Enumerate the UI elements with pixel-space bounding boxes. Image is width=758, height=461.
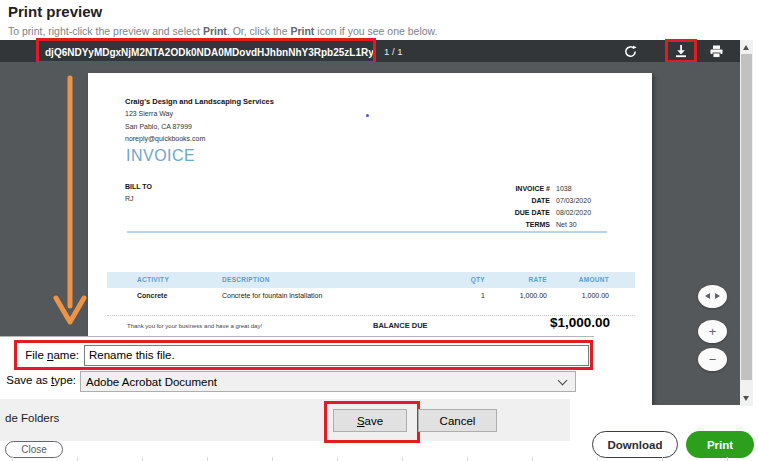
- balance-due-label: BALANCE DUE: [373, 321, 428, 330]
- hide-folders-button-partial[interactable]: de Folders: [5, 412, 59, 424]
- background-table-edge: [12, 457, 758, 461]
- invoice-meta-block: INVOICE # 1038 DATE 07/03/2020 DUE DATE …: [378, 183, 614, 231]
- invoice-company-name: Craig's Design and Landscaping Services: [125, 97, 274, 106]
- header-divider: [127, 231, 607, 233]
- save-as-type-value: Adobe Acrobat Document: [86, 376, 217, 388]
- table-header-row: ACTIVITY DESCRIPTION QTY RATE AMOUNT: [107, 272, 635, 288]
- scroll-down-icon[interactable]: [743, 396, 749, 401]
- meta-row-terms: TERMS Net 30: [378, 219, 614, 231]
- print-button[interactable]: Print: [686, 431, 754, 458]
- rotate-icon[interactable]: [624, 45, 637, 58]
- scroll-up-icon[interactable]: [743, 45, 749, 50]
- page-indicator: 1 / 1: [384, 46, 403, 57]
- link-marker-dot: [366, 114, 369, 117]
- print-icon[interactable]: [709, 45, 724, 58]
- invoice-address: 123 Sierra Way San Pablo, CA 87999 norep…: [125, 108, 205, 146]
- save-as-dialog: File name: Save as type: Adobe Acrobat D…: [0, 336, 594, 440]
- annotation-filename-highlight: djQ6NDYyMDgxNjM2NTA2ODk0NDA0MDovdHJhbnNh…: [36, 38, 376, 64]
- page-title: Print preview: [8, 3, 102, 20]
- print-preview-modal: Print preview To print, right-click the …: [0, 0, 758, 461]
- meta-row-due-date: DUE DATE 08/02/2020: [378, 207, 614, 219]
- file-name-input[interactable]: [84, 345, 589, 366]
- invoice-doc-title: INVOICE: [126, 147, 195, 165]
- invoice-address-line1: 123 Sierra Way: [125, 108, 205, 121]
- save-as-type-label: Save as type:: [0, 374, 76, 386]
- table-row: Concrete Concrete for fountain installat…: [107, 292, 635, 304]
- zoom-in-button[interactable]: +: [698, 320, 727, 343]
- annotation-download-highlight: [665, 39, 697, 63]
- close-button[interactable]: Close: [5, 441, 63, 458]
- meta-row-date: DATE 07/03/2020: [378, 195, 614, 207]
- balance-due-value: $1,000.00: [470, 315, 610, 330]
- cancel-button[interactable]: Cancel: [418, 409, 497, 432]
- annotation-arrow-down: [50, 74, 90, 330]
- file-name-label: File name:: [17, 349, 84, 361]
- download-icon[interactable]: [674, 44, 688, 58]
- invoice-email: noreply@quickbooks.com: [125, 133, 205, 146]
- thank-you-text: Thank you for your business and have a g…: [127, 323, 262, 329]
- invoice-address-line2: San Pablo, CA 87999: [125, 121, 205, 134]
- save-as-type-row: Save as type: Adobe Acrobat Document: [0, 370, 594, 394]
- vertical-scrollbar[interactable]: [740, 40, 753, 406]
- fit-to-page-button[interactable]: [698, 285, 727, 308]
- save-button[interactable]: Save: [333, 409, 407, 432]
- chevron-down-icon: [558, 376, 568, 386]
- download-button[interactable]: Download: [592, 431, 678, 458]
- bill-to-value: RJ: [125, 195, 134, 202]
- instructions-text: To print, right-click the preview and se…: [8, 25, 438, 37]
- save-as-type-select[interactable]: Adobe Acrobat Document: [80, 371, 576, 392]
- plus-icon: +: [709, 320, 717, 343]
- bill-to-label: BILL TO: [125, 183, 152, 190]
- zoom-out-button[interactable]: −: [698, 348, 727, 371]
- pdf-filename: djQ6NDYyMDgxNjM2NTA2ODk0NDA0MDovdHJhbnNh…: [45, 47, 376, 58]
- annotation-filename-row-highlight: File name:: [14, 340, 593, 370]
- scrollbar-thumb[interactable]: [741, 54, 752, 380]
- meta-row-invoice-number: INVOICE # 1038: [378, 183, 614, 195]
- dialog-footer: de Folders Save Cancel: [0, 399, 570, 441]
- minus-icon: −: [709, 348, 717, 371]
- fit-to-page-icon: [705, 285, 720, 308]
- pdf-toolbar: djQ6NDYyMDgxNjM2NTA2ODk0NDA0MDovdHJhbnNh…: [0, 40, 740, 62]
